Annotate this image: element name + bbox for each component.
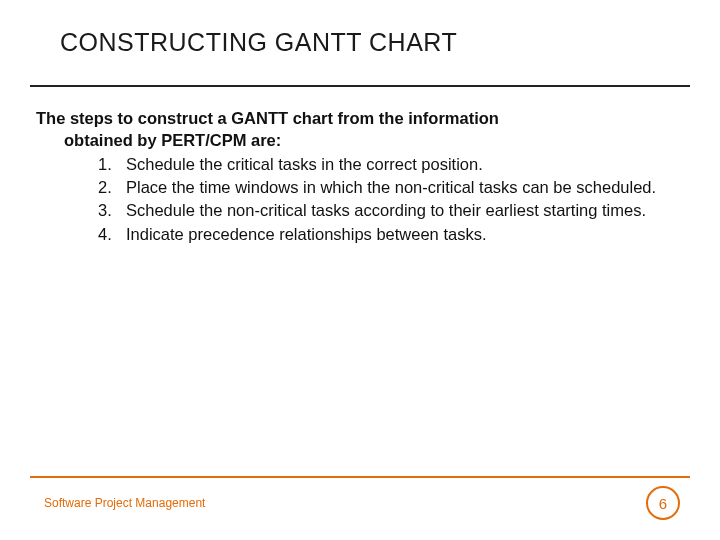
step-text: Indicate precedence relationships betwee… [126,225,486,243]
footer-divider [30,476,690,478]
footer: Software Project Management 6 [0,486,720,520]
footer-text: Software Project Management [44,496,205,510]
list-item: 1. Schedule the critical tasks in the co… [98,153,660,175]
steps-list: 1. Schedule the critical tasks in the co… [36,153,660,244]
step-number: 1. [98,153,112,175]
step-text: Schedule the critical tasks in the corre… [126,155,483,173]
page-number-badge: 6 [646,486,680,520]
list-item: 2. Place the time windows in which the n… [98,176,660,198]
content-area: The steps to construct a GANTT chart fro… [0,87,720,245]
list-item: 3. Schedule the non-critical tasks accor… [98,199,660,221]
step-number: 2. [98,176,112,198]
step-number: 3. [98,199,112,221]
step-number: 4. [98,223,112,245]
intro-line1: The steps to construct a GANTT chart fro… [36,107,660,129]
list-item: 4. Indicate precedence relationships bet… [98,223,660,245]
page-number: 6 [659,495,667,512]
title-area: CONSTRUCTING GANTT CHART [0,0,720,71]
page-title: CONSTRUCTING GANTT CHART [60,28,670,57]
intro-line2: obtained by PERT/CPM are: [36,129,660,151]
step-text: Place the time windows in which the non-… [126,178,656,196]
intro-text: The steps to construct a GANTT chart fro… [36,107,660,151]
step-text: Schedule the non-critical tasks accordin… [126,201,646,219]
